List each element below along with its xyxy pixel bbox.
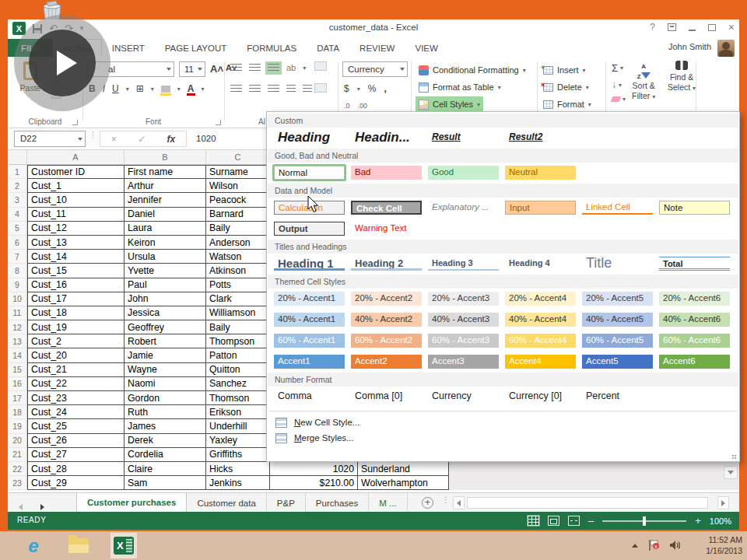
row-header[interactable]: 6 [8, 236, 27, 250]
page-break-view-icon[interactable] [568, 516, 580, 526]
cell[interactable]: Potts [206, 278, 270, 292]
cell[interactable]: Cust_24 [27, 405, 124, 419]
row-header[interactable]: 7 [8, 250, 27, 264]
cell[interactable]: Ruth [124, 405, 206, 419]
cell[interactable]: Cust_2 [27, 334, 124, 348]
cell[interactable]: Cust_20 [27, 348, 124, 362]
row-header[interactable]: 1 [8, 165, 27, 179]
cell-style-item[interactable]: 40% - Accent1 [274, 313, 345, 327]
cell-style-item[interactable]: 60% - Accent4 [505, 334, 576, 348]
taskbar-clock[interactable]: 11:52 AM 1/16/2013 [706, 534, 742, 556]
cell[interactable]: Wolverhampton [358, 476, 449, 490]
cell-style-item[interactable]: Accent1 [274, 355, 345, 369]
enter-icon[interactable]: ✓ [138, 134, 146, 145]
row-header[interactable]: 23 [8, 476, 27, 490]
cell-styles-button[interactable]: Cell Styles ▾ [416, 96, 483, 112]
row-header[interactable]: 21 [8, 448, 27, 462]
middle-align-icon[interactable] [249, 64, 261, 72]
cell[interactable]: Watson [206, 250, 270, 264]
row-header[interactable]: 18 [8, 405, 27, 419]
cell[interactable]: Laura [124, 222, 206, 236]
cell[interactable]: Peacock [206, 193, 270, 207]
cell[interactable]: Williamson [206, 306, 270, 320]
cell-style-item[interactable]: Accent4 [505, 355, 576, 369]
fill-color-icon[interactable] [161, 86, 170, 93]
cancel-icon[interactable]: × [111, 134, 117, 145]
cell[interactable]: Cust_18 [27, 306, 124, 320]
cell[interactable]: James [124, 419, 206, 433]
cell[interactable]: Atkinson [206, 264, 270, 278]
cell[interactable]: Gordon [124, 391, 206, 405]
cell-style-item[interactable]: Heading 2 [351, 257, 422, 271]
cell-style-item[interactable]: 40% - Accent3 [428, 313, 499, 327]
cell-style-item[interactable]: Accent3 [428, 355, 499, 369]
cell-style-item[interactable]: 60% - Accent1 [274, 334, 345, 348]
cell[interactable]: Cust_16 [27, 278, 124, 292]
cell-style-item[interactable]: Comma [274, 390, 345, 404]
underline-button[interactable]: U [112, 83, 119, 94]
cell[interactable]: Cust_27 [27, 448, 124, 462]
cell[interactable]: Underhill [206, 419, 270, 433]
cell[interactable]: Claire [124, 462, 206, 476]
sheet-tab-customer-purchases[interactable]: Customer purchases [76, 493, 187, 513]
bottom-align-icon[interactable] [268, 64, 279, 72]
sheet-tab-m[interactable]: M ... [369, 493, 407, 513]
hscroll-left-icon[interactable] [453, 496, 465, 509]
row-header[interactable]: 16 [8, 377, 27, 391]
cell[interactable]: Sunderland [358, 462, 449, 476]
row-header[interactable]: 17 [8, 391, 27, 405]
cell-style-item[interactable]: Title [582, 257, 653, 271]
cell[interactable]: Jessica [124, 306, 206, 320]
fill-button[interactable]: ↓▾ [612, 79, 626, 90]
cell-style-item[interactable]: 20% - Accent3 [428, 292, 499, 306]
cell-style-item[interactable]: Check Cell [351, 201, 422, 215]
align-center-icon[interactable] [249, 85, 261, 93]
cell-style-item[interactable]: Currency [428, 390, 499, 404]
font-dialog-launcher-icon[interactable] [216, 120, 221, 125]
percent-style-icon[interactable]: % [368, 83, 377, 94]
cell-style-item[interactable]: Explanatory ... [428, 201, 499, 215]
cell[interactable]: Daniel [124, 208, 206, 222]
insert-cells-button[interactable]: + Insert▾ [543, 62, 586, 78]
cell-style-item[interactable]: 20% - Accent5 [582, 292, 653, 306]
sort-filter-button[interactable]: AZ Sort & Filter ▾ [632, 61, 655, 102]
row-header[interactable]: 3 [8, 193, 27, 207]
column-header-a[interactable]: A [27, 150, 124, 165]
cell-style-item[interactable]: Note [659, 201, 730, 215]
cell[interactable]: Cordelia [124, 448, 206, 462]
cell[interactable]: Yaxley [206, 434, 270, 448]
cell-style-item[interactable]: Result2 [505, 131, 576, 145]
cell-style-item[interactable]: 40% - Accent5 [582, 313, 653, 327]
cell[interactable]: Anderson [206, 236, 270, 250]
cell-style-item[interactable]: Neutral [505, 166, 576, 180]
row-header[interactable]: 11 [8, 306, 27, 320]
cell-style-item[interactable]: Heading [274, 131, 345, 145]
cell-style-item[interactable]: Output [274, 222, 345, 236]
cell[interactable]: Surname [206, 165, 270, 179]
cell[interactable]: Sanchez [206, 377, 270, 391]
sheet-tab-purchases[interactable]: Purchases [306, 493, 369, 513]
new-sheet-icon[interactable]: + [422, 497, 433, 509]
increase-indent-icon[interactable] [303, 85, 312, 93]
row-header[interactable]: 19 [8, 419, 27, 433]
zoom-slider[interactable] [602, 520, 686, 522]
row-header[interactable]: 9 [8, 278, 27, 292]
top-align-icon[interactable] [230, 64, 242, 72]
account-name[interactable]: John Smith [668, 42, 711, 51]
column-header-c[interactable]: C [206, 150, 270, 165]
row-header[interactable]: 10 [8, 292, 27, 306]
menu-item-merge-styles[interactable]: Merge Styles... [267, 430, 739, 446]
autosum-button[interactable]: Σ▾ [612, 62, 626, 74]
orientation-icon[interactable]: ab [286, 63, 296, 72]
cell-style-item[interactable]: 60% - Accent6 [659, 334, 730, 348]
tray-expand-icon[interactable] [632, 544, 638, 548]
cell[interactable]: Cust_12 [27, 222, 124, 236]
cell[interactable]: Hicks [206, 462, 270, 476]
cell[interactable]: Baily [206, 320, 270, 334]
borders-icon[interactable]: ⊞ [136, 83, 144, 94]
increase-decimal-icon[interactable]: .0 [344, 102, 350, 110]
cell-style-item[interactable]: 20% - Accent2 [351, 292, 422, 306]
cell[interactable]: Arthur [124, 179, 206, 193]
format-cells-button[interactable]: Format▾ [543, 96, 591, 112]
cell-style-item[interactable]: Comma [0] [351, 390, 422, 404]
